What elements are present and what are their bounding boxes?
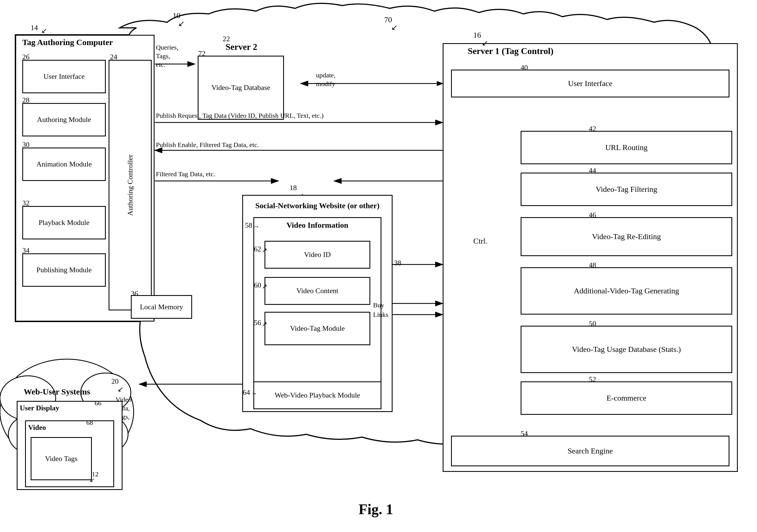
video-tag-filtering-label: Video-Tag Filtering	[595, 185, 657, 194]
ref-48: 48	[589, 261, 596, 270]
filtered-tag-data-label: Filtered Tag Data, etc.	[156, 170, 215, 178]
video-tag-filtering-box: Video-Tag Filtering	[521, 173, 732, 206]
ref-50: 50	[589, 320, 596, 328]
video-tag-reediting-label: Video-Tag Re-Editing	[592, 232, 661, 241]
ecommerce-label: E-commerce	[606, 394, 646, 402]
local-memory-label: Local Memory	[140, 303, 183, 311]
ctrl-label: Ctrl.	[473, 237, 488, 246]
ref-20: 20	[111, 377, 119, 386]
user-interface-right-box: User Interface	[451, 70, 729, 98]
authoring-module-label: Authoring Module	[37, 116, 91, 124]
tag-authoring-title: Tag Authoring Computer	[22, 38, 113, 47]
queries-tags-label: Queries, Tags, etc.	[156, 43, 178, 69]
ref-24: 24	[110, 53, 117, 61]
ref-16: 16	[473, 31, 481, 40]
buy-links-label: Buy Links	[373, 301, 388, 319]
ref-32: 32	[22, 199, 30, 207]
video-tag-reediting-box: Video-Tag Re-Editing	[521, 217, 732, 256]
ref-58-arrow: →	[253, 223, 259, 230]
ref-12-arrow: ↙	[90, 477, 95, 484]
ref-64: 64	[243, 388, 250, 397]
web-video-playback-label: Web-Video Playback Module	[275, 391, 360, 399]
ref-62: 62	[254, 245, 261, 253]
ref-46: 46	[589, 211, 596, 220]
video-tag-usage-label: Video-Tag Usage Database (Stats.)	[572, 345, 681, 354]
video-tag-usage-box: Video-Tag Usage Database (Stats.)	[521, 326, 732, 373]
search-engine-box: Search Engine	[451, 436, 729, 466]
user-display-label: User Display	[20, 404, 59, 412]
additional-video-tag-label: Additional-Video-Tag Generating	[574, 286, 679, 295]
ref-56: 56	[254, 319, 261, 327]
diagram: Tag Authoring Computer 14 ↙ Authoring Co…	[0, 0, 757, 532]
ref-40: 40	[521, 64, 528, 72]
video-tag-database-label: Video-Tag Database	[211, 83, 270, 92]
search-engine-label: Search Engine	[568, 447, 613, 456]
ref-10-arrow: ↙	[178, 19, 185, 28]
url-routing-label: URL Routing	[605, 143, 648, 152]
ref-18: 18	[289, 184, 297, 192]
ref-66: 66	[95, 399, 101, 407]
server1-title: Server 1 (Tag Control)	[468, 46, 554, 56]
ref-72: 72	[198, 49, 205, 58]
ref-36: 36	[131, 289, 138, 298]
user-interface-right-label: User Interface	[568, 79, 612, 88]
playback-module-box: Playback Module	[22, 206, 106, 239]
publish-enable-label: Publish Enable, Filtered Tag Data, etc.	[156, 141, 434, 149]
authoring-module-box: Authoring Module	[22, 103, 106, 136]
ref-16-arrow: ↙	[482, 39, 488, 47]
ref-60-arrow: ↗	[262, 282, 267, 290]
update-modify-label: update, modify	[316, 71, 336, 88]
ref-20-arrow: ↙	[117, 385, 124, 394]
animation-module-label: Animation Module	[37, 160, 92, 168]
web-user-title: Web-User Systems	[24, 387, 90, 397]
ref-30: 30	[22, 141, 30, 149]
web-video-playback-box: Web-Video Playback Module	[253, 381, 381, 409]
video-id-label: Video ID	[304, 251, 331, 259]
ref-62-arrow: ↗	[262, 246, 267, 254]
ref-64-arrow: →	[251, 390, 257, 397]
authoring-controller-box: Authoring Controller	[108, 60, 152, 310]
playback-module-label: Playback Module	[39, 219, 90, 227]
ecommerce-box: E-commerce	[521, 381, 732, 415]
ref-34: 34	[22, 246, 30, 255]
ref-70-arrow: ↙	[391, 23, 398, 32]
video-tags-box: Video Tags	[31, 437, 92, 480]
ref-70: 70	[384, 15, 392, 24]
ref-68: 68	[86, 419, 93, 427]
ref-54: 54	[521, 429, 528, 438]
ref-14: 14	[31, 24, 38, 32]
publish-request-label: Publish Request, Tag Data (Video ID, Pub…	[156, 111, 434, 120]
ref-22: 22	[223, 35, 230, 43]
video-label: Video	[28, 424, 46, 432]
ref-56-arrow: ↗	[262, 320, 267, 328]
video-information-label: Video Information	[254, 218, 380, 230]
video-id-box: Video ID	[264, 241, 370, 269]
ref-14-arrow: ↙	[41, 26, 47, 35]
figure-title: Fig. 1	[306, 501, 445, 517]
local-memory-box: Local Memory	[131, 295, 192, 319]
ref-52: 52	[589, 375, 596, 384]
authoring-controller-label: Authoring Controller	[126, 155, 135, 216]
publishing-module-label: Publishing Module	[37, 266, 92, 274]
user-interface-left-box: User Interface	[22, 60, 106, 93]
user-interface-left-label: User Interface	[44, 73, 85, 81]
animation-module-box: Animation Module	[22, 148, 106, 181]
publishing-module-box: Publishing Module	[22, 253, 106, 287]
url-routing-box: URL Routing	[521, 131, 732, 164]
video-content-label: Video Content	[296, 287, 339, 295]
server2-title: Server 2	[226, 42, 257, 52]
video-tag-database-box: Video-Tag Database	[198, 56, 284, 120]
video-tag-module-label: Video-Tag Module	[290, 324, 345, 333]
social-networking-label: Social-Networking Website (or other)	[246, 201, 389, 210]
ref-42: 42	[589, 125, 596, 133]
video-content-box: Video Content	[264, 277, 370, 305]
video-tag-module-box: Video-Tag Module	[264, 312, 370, 345]
ref-38: 38	[394, 259, 401, 267]
ref-28: 28	[22, 96, 30, 104]
video-tags-label: Video Tags	[45, 455, 78, 463]
ref-26: 26	[22, 53, 30, 61]
ref-60: 60	[254, 281, 261, 289]
additional-video-tag-box: Additional-Video-Tag Generating	[521, 267, 732, 314]
ref-44: 44	[589, 166, 596, 175]
ref-58: 58	[245, 221, 252, 230]
